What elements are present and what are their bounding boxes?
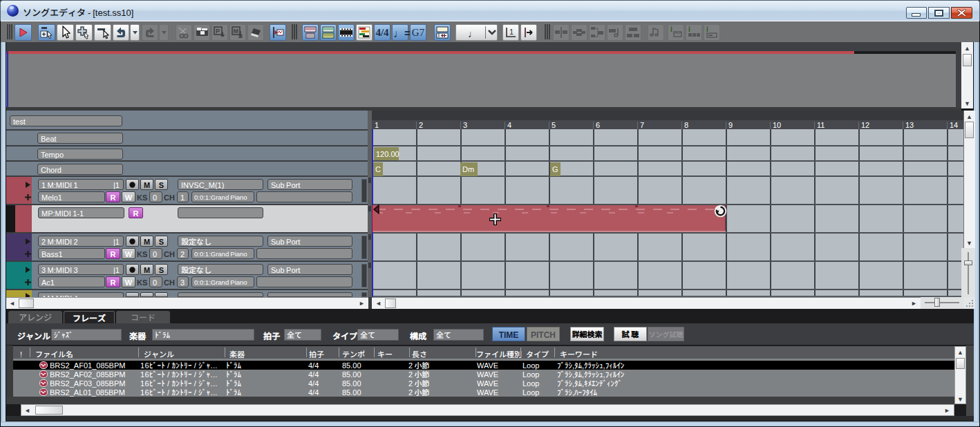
svg-text:i: i: [670, 25, 672, 34]
svg-text:M: M: [234, 26, 239, 35]
svg-text:P: P: [216, 26, 220, 35]
svg-text:1: 1: [509, 26, 513, 37]
svg-text:i: i: [688, 25, 690, 34]
svg-text:i: i: [706, 25, 708, 34]
